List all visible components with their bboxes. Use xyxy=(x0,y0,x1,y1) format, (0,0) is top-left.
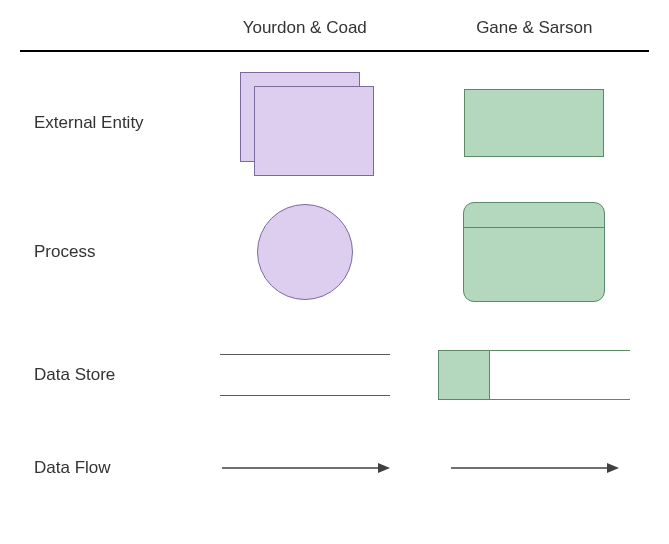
gs-data-store-icon xyxy=(438,350,630,400)
row-data-store: Data Store xyxy=(20,330,649,420)
row-process: Process xyxy=(20,202,649,302)
row-label-process: Process xyxy=(20,242,190,262)
yc-data-store-icon xyxy=(220,354,390,396)
row-external-entity: External Entity xyxy=(20,72,649,174)
row-label-data-flow: Data Flow xyxy=(20,458,190,478)
svg-marker-1 xyxy=(378,463,390,473)
cell-yc-data-flow xyxy=(190,448,420,488)
row-label-external-entity: External Entity xyxy=(20,113,190,133)
yc-external-entity-icon xyxy=(240,72,370,174)
svg-marker-3 xyxy=(607,463,619,473)
row-data-flow: Data Flow xyxy=(20,448,649,488)
cell-yc-process xyxy=(190,204,420,300)
column-header-yourdon: Yourdon & Coad xyxy=(190,18,420,38)
diagram-container: Yourdon & Coad Gane & Sarson External En… xyxy=(0,0,669,508)
yc-arrow-icon xyxy=(220,462,390,474)
cell-gs-data-flow xyxy=(420,448,650,488)
column-header-gane: Gane & Sarson xyxy=(420,18,650,38)
cell-yc-external-entity xyxy=(190,72,420,174)
yc-process-icon xyxy=(257,204,353,300)
gs-arrow-icon xyxy=(449,462,619,474)
cell-gs-process xyxy=(420,202,650,302)
gs-process-divider xyxy=(464,227,604,228)
gs-process-icon xyxy=(463,202,605,302)
gs-external-entity-icon xyxy=(464,89,604,157)
cell-yc-data-store xyxy=(190,330,420,420)
cell-gs-external-entity xyxy=(420,78,650,168)
cell-gs-data-store xyxy=(420,330,650,420)
header-row: Yourdon & Coad Gane & Sarson xyxy=(20,18,649,50)
yc-ext-front-rect xyxy=(254,86,374,176)
header-spacer xyxy=(20,18,190,38)
gs-data-store-id-box xyxy=(438,351,490,399)
row-label-data-store: Data Store xyxy=(20,365,190,385)
header-rule xyxy=(20,50,649,52)
